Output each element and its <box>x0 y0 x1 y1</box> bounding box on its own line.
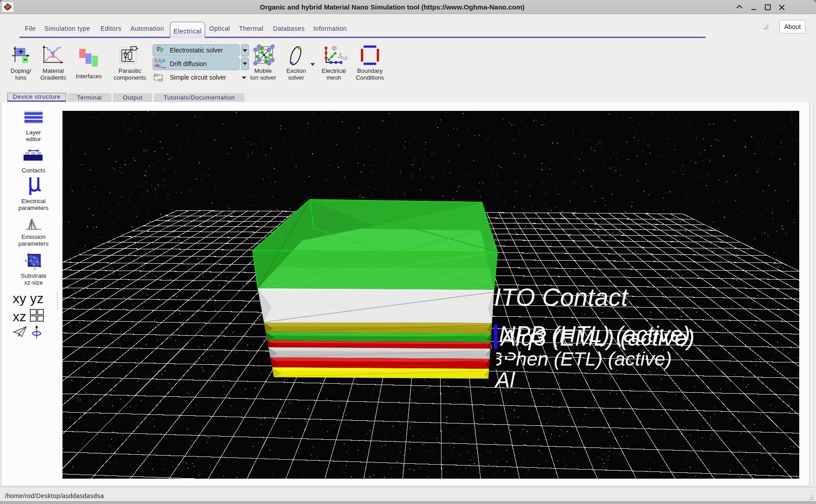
svg-text:Jn,p: Jn,p <box>338 52 348 60</box>
svg-text:BPhen (ETL) (active): BPhen (ETL) (active) <box>490 348 672 370</box>
svg-text:Φ: Φ <box>331 45 337 52</box>
svg-text:Alq3 (EML) (active): Alq3 (EML) (active) <box>499 325 695 351</box>
svg-text:x: x <box>25 258 27 263</box>
svg-text:ITO Contact: ITO Contact <box>494 283 629 311</box>
svg-text:z: z <box>34 266 36 270</box>
svg-text:Al: Al <box>494 368 515 392</box>
